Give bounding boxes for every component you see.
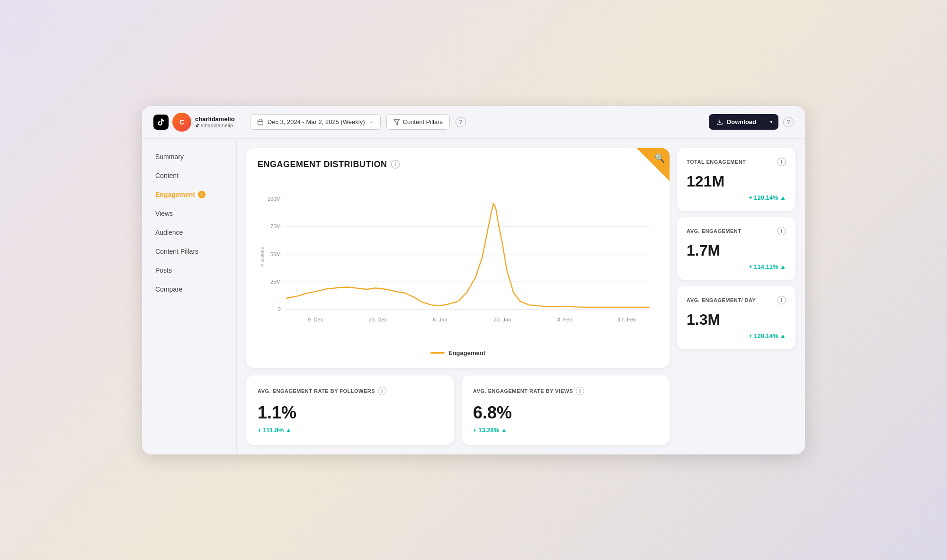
sidebar-item-engagement[interactable]: Engagement ! bbox=[150, 186, 229, 203]
avg-engagement-day-title: AVG. ENGAGEMENT/ DAY i bbox=[687, 296, 786, 304]
calendar-icon bbox=[257, 119, 264, 125]
search-corner-icon[interactable]: 🔍 bbox=[654, 153, 665, 163]
top-bar-center: Dec 3, 2024 - Mar 2, 2025 (Weekly) Conte… bbox=[250, 114, 703, 130]
avg-engagement-day-change: + 120.14% ▲ bbox=[687, 332, 786, 339]
avg-engagement-rate-followers-card: AVG. ENGAGEMENT RATE BY FOLLOWERS i 1.1%… bbox=[246, 375, 454, 445]
sidebar-item-posts[interactable]: Posts bbox=[150, 262, 229, 279]
chart-info-icon[interactable]: i bbox=[391, 160, 400, 169]
download-button[interactable]: Download ▾ bbox=[709, 114, 778, 130]
total-engagement-value: 121M bbox=[687, 173, 786, 190]
svg-text:75M: 75M bbox=[270, 223, 281, 229]
svg-text:100M: 100M bbox=[268, 196, 281, 202]
sidebar-item-audience[interactable]: Audience bbox=[150, 224, 229, 241]
svg-text:17. Feb: 17. Feb bbox=[618, 316, 636, 322]
svg-marker-4 bbox=[394, 119, 400, 124]
engagement-chart-svg: 100M 75M 50M 25M 0 9. Dec 23. Dec 6. Jan… bbox=[258, 181, 658, 342]
avg-followers-change: + 111.8% ▲ bbox=[258, 427, 443, 434]
download-button-main[interactable]: Download bbox=[709, 114, 764, 130]
main-content: 🔍 ENGAGEMENT DISTRIBUTION i bbox=[246, 148, 670, 445]
avg-engagement-value: 1.7M bbox=[687, 242, 786, 259]
top-bar: C charlidamelio /charlidamelio Dec 3, 20… bbox=[142, 106, 805, 139]
user-info: charlidamelio /charlidamelio bbox=[195, 116, 235, 128]
svg-text:20. Jan: 20. Jan bbox=[494, 316, 511, 322]
filter-icon bbox=[393, 119, 400, 125]
svg-text:23. Dec: 23. Dec bbox=[368, 316, 387, 322]
sidebar-item-content-pillars[interactable]: Content Pillars bbox=[150, 243, 229, 260]
total-engagement-card: TOTAL ENGAGEMENT i 121M + 120.14% ▲ bbox=[677, 148, 795, 211]
avg-views-change: + 13.28% ▲ bbox=[473, 427, 658, 434]
download-icon bbox=[716, 119, 723, 125]
svg-text:9. Dec: 9. Dec bbox=[308, 316, 323, 322]
svg-text:0: 0 bbox=[278, 306, 281, 312]
legend-label: Engagement bbox=[448, 349, 485, 356]
top-bar-right: Download ▾ ? bbox=[709, 114, 794, 130]
chart-legend: Engagement bbox=[258, 349, 658, 356]
avg-views-info-icon[interactable]: i bbox=[576, 387, 584, 395]
download-dropdown-arrow[interactable]: ▾ bbox=[764, 115, 778, 129]
avg-followers-value: 1.1% bbox=[258, 403, 443, 423]
avg-engagement-day-value: 1.3M bbox=[687, 311, 786, 329]
date-picker-button[interactable]: Dec 3, 2024 - Mar 2, 2025 (Weekly) bbox=[250, 114, 381, 130]
avg-followers-title: AVG. ENGAGEMENT RATE BY FOLLOWERS i bbox=[258, 387, 443, 395]
tiktok-small-icon bbox=[195, 123, 200, 128]
sidebar-item-content[interactable]: Content bbox=[150, 167, 229, 184]
chevron-down-icon bbox=[369, 120, 374, 124]
svg-text:3. Feb: 3. Feb bbox=[557, 316, 572, 322]
engagement-chart-card: 🔍 ENGAGEMENT DISTRIBUTION i bbox=[246, 148, 670, 368]
sidebar-item-views[interactable]: Views bbox=[150, 205, 229, 222]
right-panel: TOTAL ENGAGEMENT i 121M + 120.14% ▲ AVG.… bbox=[677, 148, 795, 445]
total-engagement-change: + 120.14% ▲ bbox=[687, 194, 786, 201]
avg-engagement-card: AVG. ENGAGEMENT i 1.7M + 114.11% ▲ bbox=[677, 217, 795, 280]
avg-engagement-day-card: AVG. ENGAGEMENT/ DAY i 1.3M + 120.14% ▲ bbox=[677, 286, 795, 349]
avg-engagement-info[interactable]: i bbox=[777, 227, 786, 235]
avg-views-title: AVG. ENGAGEMENT RATE BY VIEWS i bbox=[473, 387, 658, 395]
chart-header: ENGAGEMENT DISTRIBUTION i bbox=[258, 160, 658, 169]
app-container: C charlidamelio /charlidamelio Dec 3, 20… bbox=[142, 106, 805, 454]
avg-views-value: 6.8% bbox=[473, 403, 658, 423]
avg-engagement-day-info[interactable]: i bbox=[777, 296, 786, 304]
svg-text:25M: 25M bbox=[270, 279, 281, 284]
avatar: C bbox=[172, 113, 191, 132]
user-handle: /charlidamelio bbox=[195, 123, 235, 128]
legend-line bbox=[430, 352, 445, 354]
svg-rect-0 bbox=[258, 120, 263, 125]
sidebar-item-summary[interactable]: Summary bbox=[150, 148, 229, 165]
help-icon[interactable]: ? bbox=[456, 117, 466, 127]
content-pillars-button[interactable]: Content Pillars bbox=[386, 114, 450, 130]
engagement-badge: ! bbox=[198, 191, 205, 198]
svg-text:50M: 50M bbox=[270, 251, 281, 257]
chart-title: ENGAGEMENT DISTRIBUTION bbox=[258, 160, 387, 169]
sidebar: Summary Content Engagement ! Views Audie… bbox=[142, 139, 237, 454]
avg-engagement-rate-views-card: AVG. ENGAGEMENT RATE BY VIEWS i 6.8% + 1… bbox=[462, 375, 670, 445]
sidebar-item-compare[interactable]: Compare bbox=[150, 281, 229, 298]
svg-text:6. Jan: 6. Jan bbox=[433, 316, 447, 322]
user-name: charlidamelio bbox=[195, 116, 235, 123]
total-engagement-title: TOTAL ENGAGEMENT i bbox=[687, 158, 786, 166]
top-bar-left: C charlidamelio /charlidamelio bbox=[153, 113, 235, 132]
content-area: 🔍 ENGAGEMENT DISTRIBUTION i bbox=[237, 139, 805, 454]
tiktok-logo bbox=[153, 115, 169, 130]
help-icon-right[interactable]: ? bbox=[783, 117, 794, 127]
bottom-cards: AVG. ENGAGEMENT RATE BY FOLLOWERS i 1.1%… bbox=[246, 375, 670, 445]
avg-engagement-change: + 114.11% ▲ bbox=[687, 263, 786, 270]
avg-engagement-title: AVG. ENGAGEMENT i bbox=[687, 227, 786, 235]
avg-followers-info-icon[interactable]: i bbox=[378, 387, 386, 395]
total-engagement-info[interactable]: i bbox=[777, 158, 786, 166]
main-layout: Summary Content Engagement ! Views Audie… bbox=[142, 139, 805, 454]
svg-text:# actions: # actions bbox=[259, 247, 265, 266]
chart-area: 100M 75M 50M 25M 0 9. Dec 23. Dec 6. Jan… bbox=[258, 181, 658, 342]
